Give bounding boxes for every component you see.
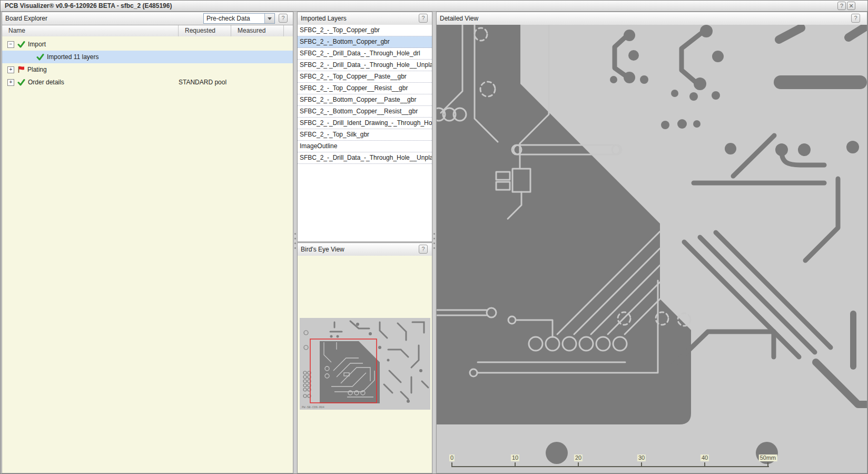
- tree-row-name-cell: +Plating: [2, 66, 179, 73]
- collapse-expander-icon[interactable]: −: [7, 41, 14, 48]
- tree-status-icon: [17, 41, 25, 48]
- birds-eye-panel: Bird's Eye View ?: [297, 243, 432, 473]
- splitter-left[interactable]: [294, 12, 297, 473]
- imported-layers-title: Imported Layers: [301, 15, 347, 22]
- birds-eye-body: PW-SB-CON-R04: [298, 256, 432, 473]
- tree-row-name-cell: Imported 11 layers: [2, 53, 179, 61]
- layer-list: SFBC_2_-_Top_Copper_gbrSFBC_2_-_Bottom_C…: [298, 25, 432, 241]
- imported-layers-panel: Imported Layers ? SFBC_2_-_Top_Copper_gb…: [297, 12, 432, 242]
- tree-row-label: Plating: [27, 66, 47, 73]
- tree-row-requested: STANDARD pool: [179, 79, 231, 86]
- tree-row[interactable]: +Order detailsSTANDARD pool: [2, 76, 293, 89]
- tree-row-label: Imported 11 layers: [47, 53, 99, 61]
- splitter-right[interactable]: [433, 12, 436, 473]
- data-mode-select[interactable]: Pre-check Data: [203, 13, 275, 24]
- tree-status-icon: [36, 54, 44, 61]
- flag-icon: [17, 66, 25, 73]
- select-dropdown-button[interactable]: [264, 14, 274, 23]
- board-explorer-title: Board Explorer: [5, 15, 47, 22]
- expand-expander-icon[interactable]: +: [7, 66, 14, 73]
- chevron-down-icon: [268, 17, 272, 20]
- tree-row-label: Order details: [28, 79, 64, 86]
- detailed-view-canvas[interactable]: 01020304050mm: [437, 25, 867, 473]
- window-help-button[interactable]: ?: [837, 2, 846, 10]
- layer-list-item[interactable]: SFBC_2_-_Top_Copper__Resist__gbr: [298, 83, 432, 94]
- pcb-visualizer-window: { "window": { "title": "PCB Visualizer® …: [0, 0, 868, 474]
- board-explorer-header: Board Explorer Pre-check Data ?: [2, 12, 293, 25]
- layer-list-item[interactable]: SFBC_2_-_Drill_Data_-_Through_Hole__Unpl…: [298, 60, 432, 71]
- layer-list-item[interactable]: SFBC_2_-_Top_Silk_gbr: [298, 129, 432, 141]
- layer-list-item[interactable]: SFBC_2_-_Drill_Ident_Drawing_-_Through_H…: [298, 118, 432, 129]
- detailed-view-title: Detailed View: [440, 15, 478, 22]
- board-explorer-help-button[interactable]: ?: [279, 14, 288, 23]
- column-name: Name: [2, 25, 179, 37]
- tree-status-icon: [17, 66, 25, 73]
- splitter-handle: [294, 233, 296, 249]
- birds-eye-header: Bird's Eye View ?: [298, 243, 432, 256]
- window-title: PCB Visualizer® v0.9-6-120926 BETA - sfb…: [5, 2, 172, 9]
- board-label-text: PW-SB-CON-R04: [302, 405, 325, 409]
- board-explorer-panel: Board Explorer Pre-check Data ? Name Req…: [2, 12, 293, 473]
- board-tree: −ImportImported 11 layers+Plating+Order …: [2, 36, 293, 473]
- pcb-copper-render: [437, 25, 867, 473]
- imported-layers-header: Imported Layers ?: [298, 12, 432, 25]
- tree-row[interactable]: +Plating: [2, 63, 293, 76]
- splitter-handle: [433, 233, 435, 249]
- birds-eye-board-image: PW-SB-CON-R04: [300, 318, 430, 410]
- detailed-view-panel: Detailed View ?: [436, 12, 867, 473]
- layer-list-item[interactable]: SFBC_2_-_Bottom_Copper_gbr: [298, 36, 432, 48]
- birds-eye-help-button[interactable]: ?: [419, 245, 428, 254]
- tree-row-label: Import: [28, 41, 46, 48]
- tree-row[interactable]: −Import: [2, 38, 293, 51]
- column-measured: Measured: [231, 25, 284, 37]
- column-requested: Requested: [179, 25, 231, 37]
- layer-list-item[interactable]: SFBC_2_-_Bottom_Copper__Resist__gbr: [298, 106, 432, 118]
- check-icon: [17, 41, 25, 48]
- check-icon: [36, 54, 44, 61]
- layer-list-item[interactable]: SFBC_2_-_Drill_Data_-_Through_Hole_drl: [298, 48, 432, 60]
- layer-list-item[interactable]: ImageOutline: [298, 141, 432, 152]
- tree-row[interactable]: Imported 11 layers: [2, 51, 293, 63]
- expand-expander-icon[interactable]: +: [7, 79, 14, 86]
- tree-row-name-cell: −Import: [2, 41, 179, 48]
- layer-list-item[interactable]: SFBC_2_-_Top_Copper__Paste__gbr: [298, 71, 432, 83]
- window-close-button[interactable]: ✕: [847, 2, 855, 10]
- tree-status-icon: [17, 79, 25, 86]
- title-bar[interactable]: PCB Visualizer® v0.9-6-120926 BETA - sfb…: [1, 1, 867, 12]
- detailed-view-help-button[interactable]: ?: [851, 14, 860, 23]
- birds-eye-title: Bird's Eye View: [301, 246, 344, 253]
- board-explorer-column-header: Name Requested Measured: [2, 25, 293, 37]
- imported-layers-help-button[interactable]: ?: [419, 14, 428, 23]
- check-icon: [17, 79, 25, 86]
- layer-list-item[interactable]: SFBC_2_-_Bottom_Copper__Paste__gbr: [298, 94, 432, 106]
- layer-list-item[interactable]: SFBC_2_-_Top_Copper_gbr: [298, 25, 432, 36]
- birds-eye-thumbnail[interactable]: PW-SB-CON-R04: [300, 318, 430, 410]
- data-mode-value: Pre-check Data: [204, 15, 264, 22]
- tree-row-name-cell: +Order details: [2, 79, 179, 86]
- detailed-view-header: Detailed View ?: [437, 12, 867, 25]
- layer-list-item[interactable]: SFBC_2_-_Drill_Data_-_Through_Hole__Unpl…: [298, 152, 432, 164]
